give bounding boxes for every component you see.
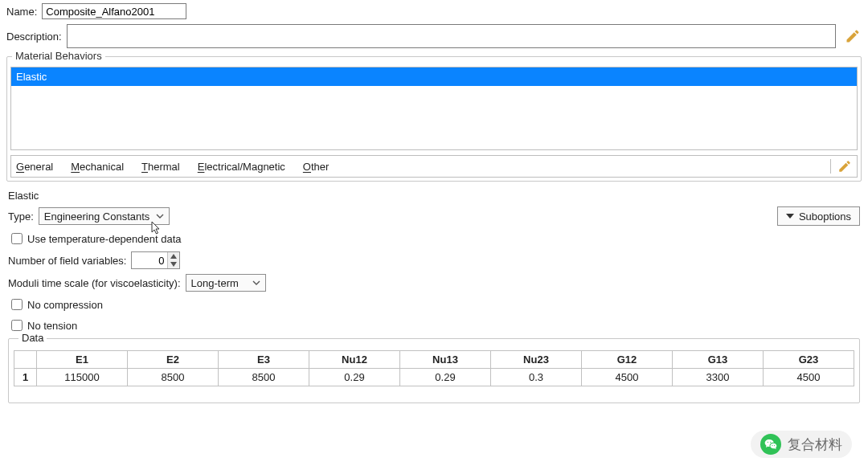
data-table[interactable]: E1 E2 E3 Nu12 Nu13 Nu23 G12 G13 G23 1 11… <box>14 350 854 386</box>
chevron-down-icon <box>154 210 166 222</box>
col-nu12[interactable]: Nu12 <box>309 351 400 369</box>
row-number-header <box>14 351 37 369</box>
tab-other[interactable]: Other <box>303 161 330 173</box>
col-e3[interactable]: E3 <box>219 351 309 369</box>
cell-g13[interactable]: 3300 <box>673 369 764 386</box>
watermark-text: 复合材料 <box>788 435 842 454</box>
material-behaviors-group: Material Behaviors Elastic General Mecha… <box>6 56 862 182</box>
svg-marker-2 <box>170 262 177 267</box>
svg-marker-0 <box>786 214 794 219</box>
description-label: Description: <box>6 31 62 43</box>
type-select-value: Engineering Constants <box>44 210 150 223</box>
stepper-buttons[interactable] <box>167 252 179 268</box>
cell-g12[interactable]: 4500 <box>582 369 673 386</box>
col-e1[interactable]: E1 <box>37 351 128 369</box>
field-variables-stepper[interactable] <box>131 251 180 269</box>
material-behaviors-list[interactable]: Elastic <box>10 67 858 150</box>
cell-nu13[interactable]: 0.29 <box>400 369 491 386</box>
use-temperature-label: Use temperature-dependent data <box>27 233 182 245</box>
cell-nu12[interactable]: 0.29 <box>309 369 400 386</box>
svg-marker-1 <box>170 254 177 259</box>
col-nu23[interactable]: Nu23 <box>491 351 582 369</box>
table-header-row: E1 E2 E3 Nu12 Nu13 Nu23 G12 G13 G23 <box>14 351 854 369</box>
no-tension-checkbox[interactable] <box>11 320 23 331</box>
data-group: Data E1 E2 E3 Nu12 Nu13 Nu23 G12 G13 G23 <box>8 338 860 403</box>
col-nu13[interactable]: Nu13 <box>400 351 491 369</box>
elastic-section-title: Elastic <box>8 190 860 202</box>
watermark: 复合材料 <box>751 431 852 458</box>
edit-description-icon[interactable] <box>844 27 862 45</box>
edit-behaviors-icon[interactable] <box>830 159 852 174</box>
cell-e3[interactable]: 8500 <box>219 369 309 386</box>
col-e2[interactable]: E2 <box>128 351 219 369</box>
data-legend: Data <box>18 332 47 344</box>
chevron-down-icon <box>251 277 262 288</box>
col-g12[interactable]: G12 <box>582 351 673 369</box>
description-input[interactable] <box>67 24 836 48</box>
no-tension-label: No tension <box>27 320 77 332</box>
type-select[interactable]: Engineering Constants <box>39 207 170 225</box>
behavior-item-elastic[interactable]: Elastic <box>11 67 857 86</box>
name-input[interactable] <box>42 3 186 19</box>
stepper-down-icon[interactable] <box>168 260 179 268</box>
col-g13[interactable]: G13 <box>673 351 764 369</box>
cell-e2[interactable]: 8500 <box>128 369 219 386</box>
tab-thermal[interactable]: Thermal <box>141 161 180 173</box>
suboptions-button[interactable]: Suboptions <box>777 206 860 226</box>
moduli-time-scale-label: Moduli time scale (for viscoelasticity): <box>8 277 181 289</box>
stepper-up-icon[interactable] <box>168 252 179 260</box>
moduli-time-scale-select[interactable]: Long-term <box>186 274 266 292</box>
type-label: Type: <box>8 210 34 223</box>
material-behaviors-legend: Material Behaviors <box>12 50 105 62</box>
moduli-time-scale-value: Long-term <box>191 277 239 289</box>
table-row[interactable]: 1 115000 8500 8500 0.29 0.29 0.3 4500 33… <box>14 369 854 386</box>
field-variables-label: Number of field variables: <box>8 255 126 267</box>
use-temperature-checkbox[interactable] <box>11 233 23 244</box>
suboptions-label: Suboptions <box>799 210 851 223</box>
tab-electrical-magnetic[interactable]: Electrical/Magnetic <box>198 161 285 173</box>
cell-e1[interactable]: 115000 <box>37 369 128 386</box>
wechat-icon <box>760 434 781 455</box>
no-compression-label: No compression <box>27 299 103 311</box>
cell-g23[interactable]: 4500 <box>764 369 854 386</box>
cell-nu23[interactable]: 0.3 <box>491 369 582 386</box>
tab-general[interactable]: General <box>16 161 53 173</box>
field-variables-input[interactable] <box>132 252 167 268</box>
no-compression-checkbox[interactable] <box>11 299 23 310</box>
col-g23[interactable]: G23 <box>764 351 854 369</box>
behavior-category-tabs: General Mechanical Thermal Electrical/Ma… <box>10 155 858 178</box>
caret-down-icon <box>786 212 794 220</box>
row-number: 1 <box>14 369 37 386</box>
name-label: Name: <box>6 6 37 18</box>
tab-mechanical[interactable]: Mechanical <box>71 161 124 173</box>
